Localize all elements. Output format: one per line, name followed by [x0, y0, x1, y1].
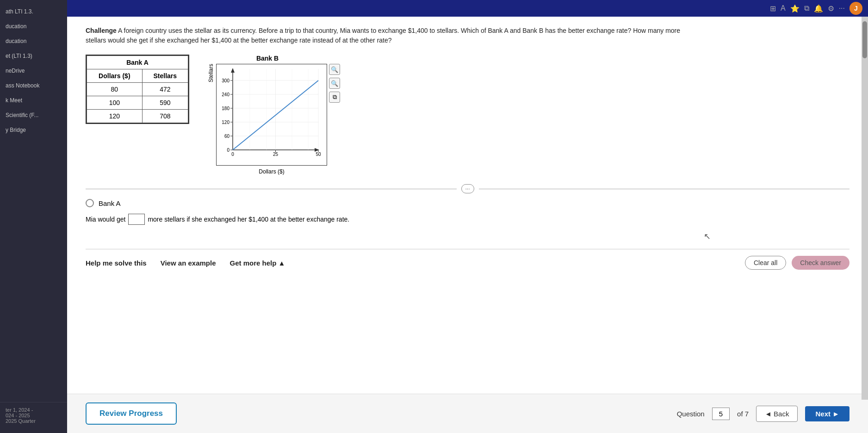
- check-answer-button[interactable]: Check answer: [792, 256, 849, 270]
- topbar-icon-5[interactable]: 🔔: [814, 4, 823, 13]
- bank-a-table: Bank A Dollars ($) Stellars 804721005901…: [86, 55, 189, 124]
- bank-a-stellars: 472: [142, 83, 188, 96]
- get-more-help-link[interactable]: Get more help ▲: [230, 259, 285, 267]
- svg-text:60: 60: [224, 134, 230, 139]
- answer-input[interactable]: [128, 214, 145, 225]
- external-link-icon[interactable]: ⧉: [329, 92, 340, 103]
- zoom-in-icon[interactable]: 🔍: [329, 64, 340, 75]
- review-progress-button[interactable]: Review Progress: [86, 402, 177, 425]
- divider-line: [86, 189, 457, 189]
- answer-row: Mia would get more stellars if she excha…: [86, 214, 849, 225]
- view-example-link[interactable]: View an example: [161, 259, 216, 267]
- bank-a-col1-header: Dollars ($): [87, 69, 143, 83]
- sidebar-item-6[interactable]: k Meet: [0, 93, 67, 107]
- sidebar-item-1[interactable]: ducation: [0, 19, 67, 33]
- divider-dots: ···: [461, 184, 474, 193]
- sidebar-item-0[interactable]: ath LTI 1.3.: [0, 5, 67, 19]
- of-label: of 7: [737, 410, 749, 418]
- question-label: Question: [677, 410, 705, 418]
- radio-option-bank-a[interactable]: Bank A: [86, 199, 849, 207]
- chart-x-label: Dollars ($): [216, 168, 327, 175]
- sidebar-item-2[interactable]: ducation: [0, 34, 67, 48]
- next-button[interactable]: Next ►: [805, 406, 849, 421]
- sidebar: ath LTI 1.3. ducation ducation et (LTI 1…: [0, 0, 67, 433]
- radio-bank-a-label: Bank A: [99, 199, 121, 207]
- problem-area: Bank A Dollars ($) Stellars 804721005901…: [86, 55, 849, 175]
- bank-b-title: Bank B: [256, 55, 279, 62]
- svg-text:50: 50: [316, 152, 321, 157]
- cursor-icon: ↖: [704, 231, 711, 241]
- content-area: Challenge A foreign country uses the ste…: [67, 17, 868, 394]
- topbar: ⊞ A ⭐ ⧉ 🔔 ⚙ ··· J: [67, 0, 868, 17]
- challenge-label: Challenge: [86, 27, 117, 34]
- topbar-icon-2[interactable]: A: [781, 4, 786, 12]
- scrollbar[interactable]: [862, 17, 868, 400]
- section-divider: ···: [86, 184, 849, 193]
- challenge-text: Challenge A foreign country uses the ste…: [86, 26, 687, 45]
- sidebar-item-7[interactable]: Scientific (F...: [0, 108, 67, 122]
- answer-prefix: Mia would get: [86, 216, 125, 223]
- bank-a-col2-header: Stellars: [142, 69, 188, 83]
- bank-b-chart-container: Bank B Stellars 0: [208, 55, 327, 175]
- help-me-solve-link[interactable]: Help me solve this: [86, 259, 147, 267]
- svg-marker-31: [231, 68, 235, 73]
- clear-all-button[interactable]: Clear all: [745, 256, 786, 270]
- sidebar-item-4[interactable]: neDrive: [0, 64, 67, 78]
- topbar-icon-3[interactable]: ⭐: [790, 4, 800, 13]
- svg-text:0: 0: [227, 148, 229, 153]
- challenge-body: A foreign country uses the stellar as it…: [86, 27, 680, 44]
- divider-line-2: [479, 189, 850, 189]
- bank-b-svg: 0 60 120 180 240 300 0: [216, 64, 327, 166]
- chart-svg-container: 0 60 120 180 240 300 0: [216, 64, 327, 175]
- bank-a-dollars: 120: [87, 110, 143, 123]
- help-row: Help me solve this View an example Get m…: [86, 249, 849, 270]
- back-button[interactable]: ◄ Back: [756, 406, 798, 422]
- scroll-thumb[interactable]: [862, 21, 867, 58]
- bank-a-row: 80472: [87, 83, 188, 96]
- topbar-icon-7[interactable]: ···: [839, 4, 845, 12]
- svg-text:25: 25: [273, 152, 279, 157]
- chart-zoom-icons: 🔍 🔍 ⧉: [329, 64, 340, 103]
- cursor-area: ↖: [86, 231, 711, 241]
- main-content: ⊞ A ⭐ ⧉ 🔔 ⚙ ··· J Challenge A foreign co…: [67, 0, 868, 433]
- svg-text:240: 240: [222, 92, 229, 97]
- answer-suffix: more stellars if she exchanged her $1,40…: [148, 216, 349, 223]
- topbar-icon-4[interactable]: ⧉: [804, 4, 809, 12]
- bottom-nav: Review Progress Question 5 of 7 ◄ Back N…: [67, 394, 868, 433]
- bank-a-stellars: 708: [142, 110, 188, 123]
- topbar-icon-6[interactable]: ⚙: [828, 4, 834, 13]
- bank-a-stellars: 590: [142, 96, 188, 110]
- zoom-out-icon[interactable]: 🔍: [329, 78, 340, 89]
- sidebar-item-8[interactable]: y Bridge: [0, 123, 67, 137]
- help-actions: Clear all Check answer: [745, 256, 849, 270]
- svg-text:0: 0: [231, 152, 234, 157]
- bank-a-dollars: 80: [87, 83, 143, 96]
- svg-text:120: 120: [222, 120, 229, 125]
- bank-a-row: 100590: [87, 96, 188, 110]
- svg-text:300: 300: [222, 78, 229, 83]
- bank-a-row: 120708: [87, 110, 188, 123]
- bank-a-dollars: 100: [87, 96, 143, 110]
- question-number: 5: [712, 408, 730, 420]
- chart-wrapper: Stellars 0 60: [208, 64, 327, 175]
- user-avatar[interactable]: J: [849, 2, 862, 15]
- radio-bank-a[interactable]: [86, 199, 94, 207]
- svg-text:180: 180: [222, 106, 229, 111]
- topbar-icon-1[interactable]: ⊞: [770, 4, 776, 13]
- sidebar-item-5[interactable]: ass Notebook: [0, 79, 67, 93]
- sidebar-item-3[interactable]: et (LTI 1.3): [0, 49, 67, 63]
- bank-a-title: Bank A: [87, 56, 188, 69]
- sidebar-footer: ter 1, 2024 - 024 - 2025 2025 Quarter: [0, 402, 67, 428]
- chart-y-label: Stellars: [208, 64, 214, 82]
